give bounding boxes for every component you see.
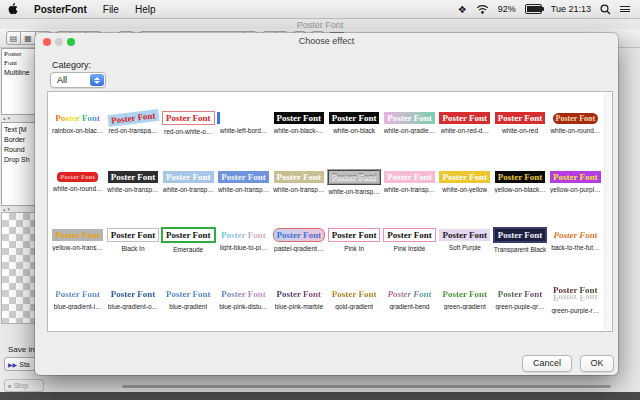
- vm-status-icon[interactable]: ❖: [458, 4, 467, 15]
- effect-cell[interactable]: Poster Fontblue-pink-distu…: [216, 270, 271, 329]
- effect-cell[interactable]: Poster Fontpastel-gradient…: [271, 211, 326, 270]
- effect-cell[interactable]: Poster FontEmeraude: [161, 211, 216, 270]
- layer-item[interactable]: Round: [4, 145, 34, 155]
- effect-cell[interactable]: Poster Fontwhite-on-transp…: [326, 153, 381, 212]
- effect-cell[interactable]: Poster Fontblue-pink-marble: [271, 270, 326, 329]
- effect-label: white-on-red: [502, 127, 538, 134]
- layer-item[interactable]: Text [M: [4, 125, 34, 135]
- effect-sample: Poster Font: [327, 169, 382, 185]
- text-entry[interactable]: Poster Font: [4, 50, 34, 68]
- menu-app-name[interactable]: PosterFont: [26, 4, 95, 15]
- effect-label: blue-gradient: [169, 303, 207, 310]
- effect-cell[interactable]: Poster FontBlack In: [105, 211, 160, 270]
- copy-button[interactable]: ▦: [21, 31, 36, 45]
- effect-cell[interactable]: Poster Fontwhite-on-transp…: [216, 153, 271, 212]
- text-entry[interactable]: Multiline: [4, 68, 34, 77]
- effect-label: white-on-red-d…: [441, 127, 489, 134]
- effect-label: light-blue-to-pi…: [220, 244, 268, 251]
- effect-cell[interactable]: Poster Fontwhite-on-transp…: [105, 153, 160, 212]
- battery-icon[interactable]: [525, 4, 542, 14]
- effect-sample: Poster Font: [495, 112, 546, 124]
- battery-percent: 92%: [498, 4, 516, 14]
- effect-cell[interactable]: Poster Fontred-on-transpa…: [105, 94, 160, 153]
- effects-scrollbar[interactable]: [604, 93, 611, 330]
- ok-button[interactable]: OK: [580, 355, 614, 372]
- effect-cell[interactable]: Poster Fontwhite-on-yellow: [437, 153, 492, 212]
- apple-menu[interactable]: [0, 3, 26, 15]
- effect-cell[interactable]: Poster Fontyellow-on-purpl…: [548, 153, 603, 212]
- effect-cell[interactable]: Poster Fontwhite-left-bord…: [216, 94, 271, 153]
- effect-cell[interactable]: Poster FontPink In: [326, 211, 381, 270]
- effect-cell[interactable]: Poster Fontblue-gradient-o…: [105, 270, 160, 329]
- effect-sample: Poster Font: [274, 112, 325, 124]
- category-select[interactable]: All: [50, 72, 106, 88]
- effect-sample: Poster Font: [495, 171, 546, 183]
- effect-sample: Poster Font: [384, 112, 435, 124]
- effect-label: white-on-black-…: [274, 127, 325, 134]
- menu-help[interactable]: Help: [127, 4, 164, 15]
- layers-list[interactable]: Text [MBorderRoundDrop Sh: [1, 122, 37, 206]
- effect-cell[interactable]: Poster FontPink Inside: [382, 211, 437, 270]
- effect-cell[interactable]: Poster Fontrainbox-on-blac…: [50, 94, 105, 153]
- effect-label: yellow-on-black…: [494, 186, 545, 193]
- effect-sample: Poster Font: [439, 229, 490, 241]
- effect-sample: Poster Font: [163, 288, 214, 300]
- effect-cell[interactable]: Poster Fontblue-gradient: [161, 270, 216, 329]
- menu-file[interactable]: File: [95, 4, 127, 15]
- effect-cell[interactable]: Poster Fontwhite-on-gradie…: [382, 94, 437, 153]
- effect-cell[interactable]: Poster Fontwhite-on-transp…: [382, 153, 437, 212]
- effect-label: Emeraude: [173, 246, 203, 253]
- effect-sample: Poster Font: [274, 171, 325, 183]
- clock[interactable]: Tue 21:13: [551, 4, 591, 14]
- effect-label: white-on-round…: [550, 127, 600, 134]
- effect-cell[interactable]: Poster Fontblue-gradient-i…: [50, 270, 105, 329]
- splitter-handle[interactable]: ▴▾: [3, 115, 12, 121]
- stop-button[interactable]: ■ Stop: [4, 379, 44, 392]
- effect-cell[interactable]: Poster Fontwhite-on-black-…: [271, 94, 326, 153]
- progress-slider[interactable]: [122, 385, 611, 388]
- effect-cell[interactable]: Poster Fontyellow-on-black…: [492, 153, 547, 212]
- layer-item[interactable]: Drop Sh: [4, 155, 34, 165]
- effect-cell[interactable]: Poster Fontback-to-the-fut…: [548, 211, 603, 270]
- category-stepper[interactable]: [90, 74, 104, 86]
- effect-cell[interactable]: Poster Fontgold-gradient: [326, 270, 381, 329]
- effect-sample: Poster Font: [439, 171, 490, 183]
- effect-cell[interactable]: Poster Fontwhite-on-red: [492, 94, 547, 153]
- notification-center-icon[interactable]: [620, 5, 630, 13]
- effect-cell[interactable]: Poster Fontwhite-on-round…: [50, 153, 105, 212]
- effect-sample: Poster Font: [495, 288, 546, 300]
- effect-cell[interactable]: Poster FontSoft Purple: [437, 211, 492, 270]
- start-icon: ▶▶: [8, 361, 17, 368]
- layer-item[interactable]: Border: [4, 135, 34, 145]
- effect-cell[interactable]: Poster Fontred-on-white-o…: [161, 94, 216, 153]
- effect-cell[interactable]: Poster Fontyellow-on-trans…: [50, 211, 105, 270]
- effect-label: Pink In: [344, 245, 364, 252]
- effect-cell[interactable]: Poster Fontwhite-on-black: [326, 94, 381, 153]
- effect-sample: Poster Font: [383, 228, 436, 242]
- effect-sample: Poster Font: [161, 227, 216, 243]
- export-button[interactable]: ▤: [6, 31, 21, 45]
- effect-cell[interactable]: Poster FontTransparent Black: [492, 211, 547, 270]
- text-entries-list[interactable]: Poster Font Multiline: [1, 48, 37, 115]
- cancel-button[interactable]: Cancel: [522, 355, 572, 372]
- effects-panel: Poster Fontrainbox-on-blac…Poster Fontre…: [47, 91, 613, 332]
- effect-cell[interactable]: Poster Fontgreen-puple-gr…: [492, 270, 547, 329]
- spotlight-search-icon[interactable]: [600, 4, 611, 15]
- wifi-icon[interactable]: [476, 4, 489, 14]
- effect-label: blue-gradient-o…: [108, 303, 158, 310]
- effect-cell[interactable]: Poster Fontwhite-on-transp…: [161, 153, 216, 212]
- effect-label: green-purple-r…: [551, 307, 599, 314]
- effect-cell[interactable]: Poster FontPoster Fontgreen-purple-r…: [548, 270, 603, 329]
- effect-sample: Poster Font: [107, 228, 160, 242]
- effect-cell[interactable]: Poster Fontwhite-on-red-d…: [437, 94, 492, 153]
- effect-cell[interactable]: Poster Fontwhite-on-transp…: [271, 153, 326, 212]
- effect-cell[interactable]: Poster Fontgreen-gradient: [437, 270, 492, 329]
- effect-cell[interactable]: Poster Fontlight-blue-to-pi…: [216, 211, 271, 270]
- effect-label: white-on-transp…: [163, 186, 214, 193]
- window-title: Poster Font: [0, 19, 640, 29]
- effect-cell[interactable]: Poster Fontgradient-bend: [382, 270, 437, 329]
- effect-sample: Poster Font: [550, 171, 601, 183]
- effect-cell[interactable]: Poster Fontwhite-on-round…: [548, 94, 603, 153]
- effect-sample: Poster Font: [218, 171, 269, 183]
- category-label: Category:: [52, 60, 91, 70]
